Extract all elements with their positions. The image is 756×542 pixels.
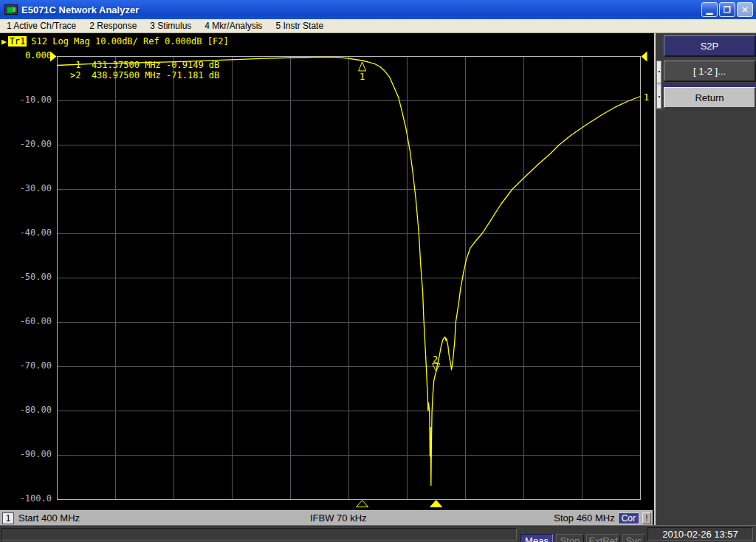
marker-1-icon[interactable] [359,62,366,71]
y-axis-tick-label: -100.0 [1,493,52,504]
active-trace-arrow-icon: ▶ [1,37,7,47]
restore-button[interactable]: ❐ [719,2,735,17]
channel-number-badge: 1 [2,512,14,524]
status-segment-stop: Stop [556,534,584,542]
app-icon [4,4,18,15]
y-axis-tick-label: -70.00 [1,360,52,371]
ifbw-label: IFBW 70 kHz [310,512,367,524]
marker-readout-row: 1 431.37500 MHz -0.9149 dB [70,60,219,70]
softkey-return[interactable]: Return [664,87,756,109]
instrument-status-bar: MeasStopExtRefSvc 2010-02-26 13:57 [0,525,756,542]
y-axis-tick-label: -60.00 [1,316,52,326]
softkey-sidebar: S2P[ 1-2 ]...Return [654,33,756,525]
menu-bar: 1 Active Ch/Trace2 Response3 Stimulus4 M… [0,19,756,33]
marker-2-number: 2 [433,354,438,365]
menu-item-2[interactable]: 2 Response [83,20,143,32]
y-axis-tick-label: -90.00 [1,449,52,459]
marker-2-stimulus-icon[interactable] [430,501,442,507]
title-bar: E5071C Network Analyzer ▁❐✕ [0,0,756,19]
y-axis-tick-label: -50.00 [1,272,52,282]
plot-region: ▶ Tr1 S12 Log Mag 10.00dB/ Ref 0.000dB [… [0,33,756,525]
marker-1-number: 1 [360,72,365,82]
start-frequency-label: Start 400 MHz [18,512,80,524]
menu-item-5[interactable]: 5 Instr State [269,20,330,32]
scroll-knob[interactable] [657,86,661,109]
trace-settings-label: S12 Log Mag 10.00dB/ Ref 0.000dB [F2] [31,36,228,47]
menu-item-4[interactable]: 4 Mkr/Analysis [198,20,269,32]
softkey-1-2[interactable]: [ 1-2 ]... [664,61,756,82]
marker-1-stimulus-icon[interactable] [357,501,368,507]
y-axis-tick-label: -30.00 [1,183,52,193]
status-segment-svc: Svc [622,534,645,542]
scroll-knob[interactable] [657,61,661,83]
correction-badge: Cor [618,512,639,524]
menu-item-3[interactable]: 3 Stimulus [143,20,198,32]
status-segment-extref: ExtRef [586,534,620,542]
statusbar-spacer [1,528,517,541]
y-axis-tick-label: -20.00 [1,139,52,149]
softkey-scroll-strip[interactable] [656,61,662,109]
trace-number-label: 1 [644,92,650,103]
menu-item-1[interactable]: 1 Active Ch/Trace [0,20,83,32]
y-axis-tick-label: 0.000 [1,50,52,61]
close-button[interactable]: ✕ [737,2,753,17]
window-controls: ▁❐✕ [701,2,753,17]
reference-level-marker-right-icon[interactable] [642,52,647,62]
y-axis-tick-label: -10.00 [1,95,52,105]
y-axis-tick-label: -40.00 [1,227,52,238]
marker-readout-row: >2 438.97500 MHz -71.181 dB [70,70,219,80]
status-segment-meas: Meas [520,534,553,542]
marker-readout: 1 431.37500 MHz -0.9149 dB>2 438.97500 M… [70,60,219,80]
trace-status-line: ▶ Tr1 S12 Log Mag 10.00dB/ Ref 0.000dB [… [1,36,229,47]
alert-badge[interactable]: ! [642,512,651,524]
y-axis-tick-label: -80.00 [1,405,52,415]
measurement-graph: 112 [49,55,649,510]
minimize-button[interactable]: ▁ [701,2,718,17]
datetime-label: 2010-02-26 13:57 [647,527,753,541]
window-title: E5071C Network Analyzer [21,4,139,16]
trace-name-label[interactable]: Tr1 [8,36,27,47]
channel-status-bar: 1 Start 400 MHz IFBW 70 kHz Stop 460 MHz… [0,510,653,525]
softkey-s2p[interactable]: S2P [664,35,756,57]
stop-frequency-label: Stop 460 MHz [554,512,614,524]
